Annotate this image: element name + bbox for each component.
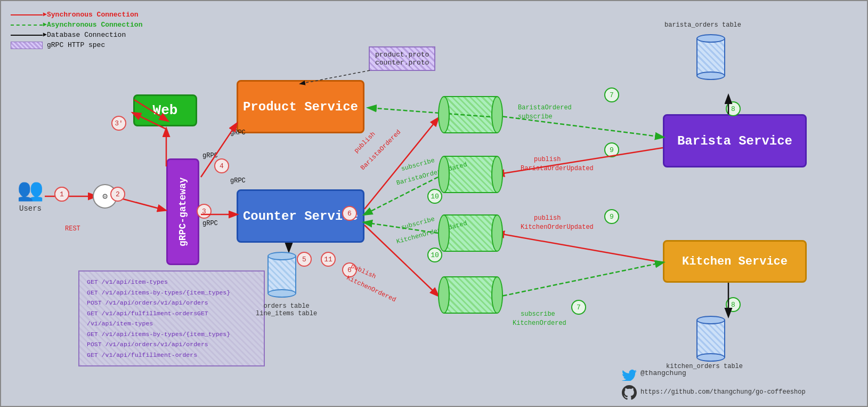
subscribe-kitchen-ordered-label: subscribe [521, 310, 555, 318]
db-barista-orders [696, 34, 725, 80]
github-label: https://github.com/thangchung/go-coffees… [640, 388, 806, 396]
step-6a: 6 [342, 206, 357, 221]
step-7b: 7 [571, 300, 586, 315]
step-7a: 7 [604, 87, 619, 102]
step-8a: 8 [726, 101, 741, 116]
barista-ordered-label: BaristaOrdered [359, 129, 402, 172]
grpc-label-2: gRPC [202, 220, 218, 227]
barista-ordered-sub-label: BaristaOrdered [518, 104, 572, 111]
grpc-gateway-box: gRPC-gateway [166, 158, 199, 265]
svg-line-14 [497, 233, 663, 262]
db-orders-label: orders table line_items table [256, 302, 317, 317]
num-1: 1 [54, 187, 69, 202]
publish-barista-updated-label: publish [534, 156, 561, 163]
rest-label: REST [65, 225, 80, 233]
step-5: 5 [297, 252, 312, 267]
legend-async: Asynchronous Connection [11, 21, 142, 29]
step-3p: 3' [111, 116, 126, 131]
mq-kitchen-ordered [438, 276, 503, 314]
db-barista-orders-label: barista_orders table [664, 21, 741, 29]
legend-db: Database Connection [11, 31, 142, 39]
step-10a: 10 [427, 189, 442, 204]
web-service-box: Web [133, 94, 197, 126]
step-3: 3 [197, 204, 212, 219]
step-9a: 9 [604, 142, 619, 157]
publish-barista-ordered: publish [353, 130, 377, 155]
mq-kitchen-updated [438, 214, 503, 252]
barista-service-box: Barista Service [663, 114, 807, 167]
users-area: 👥 Users [17, 177, 44, 213]
grpc-label-3: gRPC [230, 129, 246, 137]
legend: Synchronous Connection Asynchronous Conn… [11, 11, 142, 51]
twitter-icon [622, 368, 637, 384]
mq-barista-ordered [438, 96, 503, 133]
svg-line-16 [497, 262, 663, 297]
api-list-box: GET /v1/api/item-types GET /v1/api/items… [78, 270, 265, 366]
publish-kitchen-updated-label: publish [534, 214, 561, 222]
diagram-container: Synchronous Connection Asynchronous Conn… [0, 0, 868, 407]
mq-barista-updated [438, 156, 503, 193]
legend-sync: Synchronous Connection [11, 11, 142, 19]
num-2: 2 [110, 187, 125, 202]
subscribe-barista-label: subscribe [518, 113, 553, 121]
kitchen-service-box: Kitchen Service [663, 240, 807, 283]
users-label: Users [17, 204, 44, 213]
barista-order-updated-pub-label: BaristaOrderUpdated [521, 165, 594, 172]
grpc-label-1: gRPC [202, 152, 218, 159]
step-8b: 8 [726, 297, 741, 312]
step-11: 11 [321, 252, 336, 267]
grpc-label-4: gRPC [230, 177, 246, 185]
kitchen-order-updated-pub-label: KitchenOrderUpdated [521, 224, 594, 231]
proto-spec-box: product.proto counter.proto [369, 46, 435, 71]
github-icon [622, 385, 637, 403]
step-10b: 10 [427, 248, 442, 262]
legend-grpc: gRPC HTTP spec [11, 41, 142, 49]
product-service-box: Product Service [237, 80, 364, 133]
kitchen-ordered-sub-label: KitchenOrdered [513, 320, 566, 327]
step-9b: 9 [604, 209, 619, 224]
twitter-label: @thangchung [640, 369, 686, 377]
db-kitchen-orders [696, 316, 725, 362]
db-orders [267, 252, 296, 298]
step-4: 4 [214, 158, 229, 173]
users-icon: 👥 [17, 177, 44, 203]
